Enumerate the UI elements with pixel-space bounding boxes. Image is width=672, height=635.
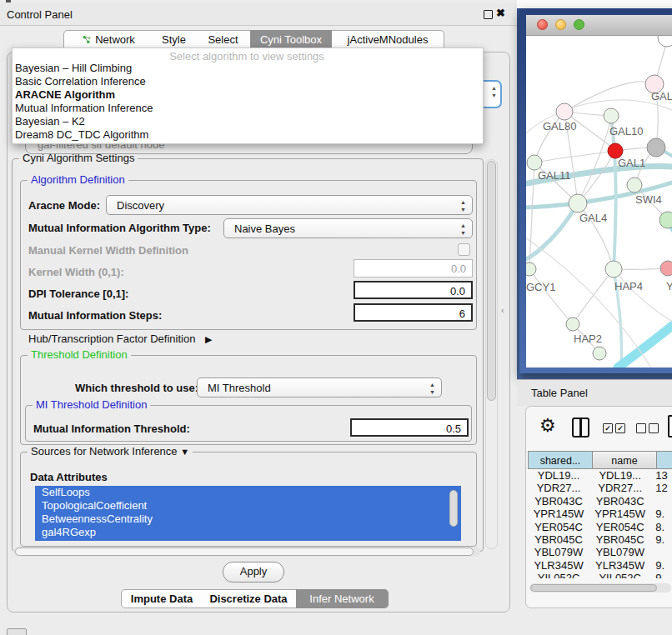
column-header-shared-name[interactable]: shared... <box>528 451 593 469</box>
table-row[interactable]: YLR345WYLR345W9. <box>528 559 672 572</box>
settings-hscrollbar-thumb[interactable] <box>15 548 474 556</box>
column-header-name[interactable]: name <box>593 451 657 469</box>
table-cell[interactable]: 9. <box>650 572 672 578</box>
table-cell[interactable]: YDL19... <box>528 469 589 482</box>
table-row[interactable]: YPR145WYPR145W9. <box>528 508 672 520</box>
network-node-hap4[interactable] <box>605 261 622 278</box>
table-cell[interactable]: YER054C <box>528 521 589 533</box>
algorithm-option-dream8[interactable]: Dream8 DC_TDC Algorithm <box>15 128 148 142</box>
float-window-icon[interactable] <box>484 10 493 19</box>
mi-threshold-field[interactable]: 0.5 <box>350 418 469 437</box>
network-edge[interactable] <box>526 203 578 261</box>
table-cell[interactable]: YPR145W <box>528 508 589 520</box>
minimize-traffic-light-icon[interactable] <box>555 19 566 30</box>
attribute-item-betweennesscentrality[interactable]: BetweennessCentrality <box>35 512 461 526</box>
network-node-gal10[interactable] <box>604 108 619 123</box>
attribute-item-topologicalcoefficient[interactable]: TopologicalCoefficient <box>35 499 461 512</box>
sources-title-row[interactable]: Sources for Network Inference ▼ <box>28 445 193 458</box>
select-all-columns-icon[interactable]: ✓✓ <box>603 423 628 436</box>
table-hscrollbar-thumb[interactable] <box>530 584 657 592</box>
settings-vscrollbar[interactable] <box>485 159 498 549</box>
bottom-tab-infer-network[interactable]: Infer Network <box>296 589 389 608</box>
table-row[interactable]: YER054CYER054C8. <box>528 521 672 533</box>
network-node-swi4[interactable] <box>627 178 642 192</box>
table-cell[interactable]: YIL052C <box>528 572 589 578</box>
mi-steps-field[interactable]: 6 <box>354 303 473 322</box>
table-cell[interactable]: YLR345W <box>528 559 589 572</box>
table-cell[interactable]: YBR043C <box>528 495 589 508</box>
network-window-titlebar[interactable] <box>526 15 672 36</box>
zoom-traffic-light-icon[interactable] <box>574 19 584 30</box>
table-row[interactable]: YDL19...YDL19...13 <box>528 469 672 482</box>
network-node-y[interactable] <box>660 261 672 276</box>
algorithm-option-bayesian-k2[interactable]: Bayesian – K2 <box>15 115 85 128</box>
network-node-hap2[interactable] <box>566 318 579 331</box>
tab-style[interactable]: Style <box>152 30 197 49</box>
network-canvas[interactable]: GALGAL80GAL10GAL1GAL11SWI4GAL4GCY1HAP4YH… <box>526 36 672 368</box>
network-edge[interactable] <box>529 269 573 324</box>
network-node[interactable] <box>658 36 672 47</box>
network-edge[interactable] <box>614 269 672 328</box>
settings-vscrollbar-thumb[interactable] <box>487 161 496 401</box>
close-icon[interactable]: ✖ <box>496 7 505 19</box>
tab-select[interactable]: Select <box>196 30 251 49</box>
table-cell[interactable]: 8. <box>650 521 672 533</box>
table-row[interactable]: YBR043CYBR043C <box>528 495 672 508</box>
bottom-corner-widget[interactable] <box>7 628 27 635</box>
gear-icon[interactable]: ⚙ <box>539 415 556 437</box>
tab-cyni-toolbox[interactable]: Cyni Toolbox <box>250 30 333 49</box>
hub-definition-expander[interactable]: Hub/Transcription Factor Definition ▶ <box>28 332 212 345</box>
table-cell[interactable] <box>650 546 672 558</box>
network-edge[interactable] <box>611 116 616 269</box>
table-cell[interactable]: YBR045C <box>589 533 650 546</box>
bottom-tab-discretize-data[interactable]: Discretize Data <box>201 589 297 608</box>
table-cell[interactable]: 9. <box>650 533 672 546</box>
network-node[interactable] <box>593 347 606 360</box>
table-row[interactable]: YDR27...YDR27...12 <box>528 482 672 494</box>
network-edge[interactable] <box>564 82 654 112</box>
apply-button[interactable]: Apply <box>223 562 284 582</box>
attribute-item-selfloops[interactable]: SelfLoops <box>35 486 461 499</box>
which-threshold-combo[interactable]: MI Threshold ▲▼ <box>197 378 442 398</box>
table-cell[interactable]: YDR27... <box>528 482 589 494</box>
network-node[interactable] <box>647 138 665 157</box>
tab-jactivemnodules[interactable]: jActiveMNodules <box>332 30 444 49</box>
table-cell[interactable]: YBR045C <box>528 533 589 546</box>
network-edge[interactable] <box>618 318 672 368</box>
aracne-mode-combo[interactable]: Discovery ▲▼ <box>106 195 473 215</box>
table-cell[interactable]: 12 <box>650 482 672 494</box>
algorithm-option-basic-correlation[interactable]: Basic Correlation Inference <box>15 75 146 88</box>
table-cell[interactable]: YDR27... <box>589 482 650 494</box>
network-node-gal80[interactable] <box>556 103 573 120</box>
table-cell[interactable]: YBL079W <box>589 546 650 558</box>
algorithm-option-aracne[interactable]: ARACNE Algorithm <box>15 88 115 102</box>
table-cell[interactable]: YER054C <box>589 521 650 533</box>
dpi-tolerance-field[interactable]: 0.0 <box>354 281 473 299</box>
bottom-tab-impute-data[interactable]: Impute Data <box>121 589 203 608</box>
network-edge[interactable] <box>573 269 614 324</box>
attribute-list-scrollbar[interactable] <box>449 490 458 527</box>
tab-network[interactable]: Network <box>63 30 153 49</box>
deselect-all-columns-icon[interactable] <box>636 423 661 436</box>
manual-kernel-checkbox[interactable] <box>458 243 470 256</box>
close-traffic-light-icon[interactable] <box>537 19 548 30</box>
algorithm-option-mutual-information[interactable]: Mutual Information Inference <box>15 102 153 115</box>
show-columns-icon[interactable] <box>572 418 589 438</box>
network-edge[interactable] <box>578 116 611 203</box>
table-cell[interactable]: 9. <box>650 508 672 520</box>
table-row[interactable]: YBL079WYBL079W <box>528 546 672 558</box>
mi-type-combo[interactable]: Naive Bayes ▲▼ <box>223 218 473 238</box>
settings-hscrollbar[interactable] <box>13 547 480 557</box>
network-edge[interactable] <box>534 151 615 162</box>
network-node-gcy1[interactable] <box>526 262 536 276</box>
attribute-item-gal4rgexp[interactable]: gal4RGexp <box>35 526 461 539</box>
column-header-partial[interactable] <box>657 451 672 469</box>
network-view-window[interactable]: GALGAL80GAL10GAL1GAL11SWI4GAL4GCY1HAP4YH… <box>519 8 672 373</box>
table-cell[interactable]: YDL19... <box>589 469 650 482</box>
table-cell[interactable]: YPR145W <box>589 508 650 520</box>
table-cell[interactable]: 13 <box>650 469 672 482</box>
export-table-icon[interactable] <box>668 415 672 438</box>
panel-splitter-handle[interactable]: ‹ <box>501 305 504 315</box>
table-cell[interactable]: YBR043C <box>589 495 650 508</box>
table-row[interactable]: YBR045CYBR045C9. <box>528 533 672 546</box>
